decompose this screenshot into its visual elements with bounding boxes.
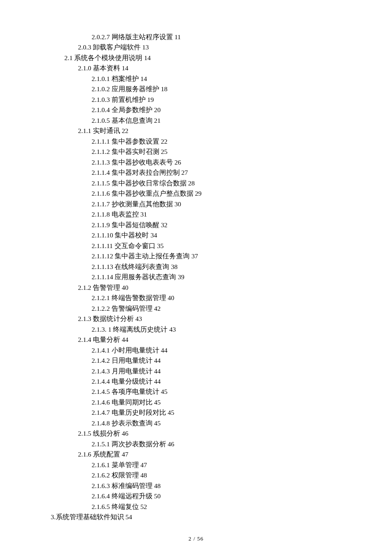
toc-entry-number: 2.1.1.8 bbox=[92, 211, 110, 218]
toc-entry-number: 2.1.3 bbox=[78, 315, 91, 322]
toc-entry-page: 27 bbox=[181, 169, 188, 176]
toc-entry-title: 集中器抄收日常综合数据 bbox=[112, 179, 187, 187]
toc-entry: 2.1.5 线损分析 46 bbox=[51, 428, 366, 439]
toc-entry-title: 抄表示数查询 bbox=[112, 419, 153, 427]
toc-entry-title: 线损分析 bbox=[93, 430, 120, 437]
toc-entry-page: 38 bbox=[171, 263, 178, 270]
toc-entry-title: 终端远程升级 bbox=[112, 492, 153, 500]
toc-entry-number: 2.1.0.3 bbox=[92, 96, 110, 103]
toc-entry: 2.1.6.5 终端复位 52 bbox=[51, 502, 366, 512]
toc-entry-title: 电量分级统计 bbox=[112, 378, 153, 385]
toc-entry: 2.1.4.2 日用电量统计 44 bbox=[51, 356, 366, 366]
toc-entry-title: 终端告警数据管理 bbox=[112, 294, 166, 301]
toc-entry-page: 50 bbox=[154, 492, 161, 500]
toc-entry-number: 3. bbox=[51, 513, 56, 520]
toc-entry-title: 基本资料 bbox=[93, 64, 120, 72]
toc-entry: 2.1.0.1 档案维护 14 bbox=[51, 74, 366, 84]
toc-entry-page: 21 bbox=[154, 117, 161, 124]
toc-entry: 2.1.6.3 标准编码管理 48 bbox=[51, 481, 366, 491]
toc-entry: 2.1.4.3 月用电量统计 44 bbox=[51, 366, 366, 376]
toc-entry-title: 权限管理 bbox=[112, 471, 139, 479]
toc-entry-title: 月用电量统计 bbox=[112, 367, 153, 375]
toc-entry: 2.1.1.14 应用服务器状态查询 39 bbox=[51, 272, 366, 282]
toc-entry-number: 2.1.1.4 bbox=[92, 169, 110, 176]
toc-entry: 2.1.1.3 集中器抄收电表表号 26 bbox=[51, 157, 366, 168]
toc-entry-number: 2.1.0.4 bbox=[92, 106, 110, 113]
toc-entry-page: 47 bbox=[140, 461, 147, 468]
toc-entry: 2.1.0.3 前置机维护 19 bbox=[51, 95, 366, 105]
toc-entry-number: 2.1.1.3 bbox=[92, 159, 110, 166]
toc-entry-title: 基本信息查询 bbox=[112, 117, 153, 124]
toc-entry-title: 标准编码管理 bbox=[112, 482, 153, 489]
toc-entry: 2.1.0.5 基本信息查询 21 bbox=[51, 116, 366, 126]
toc-entry-title: 终端复位 bbox=[112, 503, 139, 510]
toc-entry: 2.1.1.12 集中器主动上报任务查询 37 bbox=[51, 251, 366, 261]
toc-entry-number: 2.1.4.2 bbox=[92, 357, 110, 364]
toc-entry: 2.1.3 数据统计分析 43 bbox=[51, 314, 366, 324]
toc-entry-number: 2.1.1.2 bbox=[92, 148, 110, 155]
toc-entry-number: 2.1.6.4 bbox=[92, 492, 110, 500]
toc-entry-page: 31 bbox=[140, 211, 147, 218]
toc-entry-title: 实时通讯 bbox=[93, 127, 120, 134]
toc-entry-title: 电量分析 bbox=[93, 336, 120, 343]
toc-entry-title: 集中器实时召测 bbox=[112, 148, 159, 155]
toc-entry-page: 54 bbox=[126, 513, 133, 520]
toc-entry-number: 2.1.4.5 bbox=[92, 388, 110, 395]
toc-entry-title: 应用服务器维护 bbox=[112, 85, 159, 92]
toc-entry-title: 告警管理 bbox=[93, 284, 120, 291]
toc-entry-number: 2.1.4.7 bbox=[92, 409, 110, 416]
toc-entry-title: 集中器校时 bbox=[115, 231, 149, 239]
toc-entry-title: 系统各个模块使用说明 bbox=[74, 54, 142, 61]
toc-entry-page: 40 bbox=[122, 284, 129, 291]
toc-entry: 2.0.3 卸载客户端软件 13 bbox=[51, 42, 366, 52]
toc-entry: 2.1.1.10 集中器校时 34 bbox=[51, 230, 366, 240]
toc-entry: 2.1.1.4 集中器对表拉合闸控制 27 bbox=[51, 168, 366, 178]
toc-entry: 2.1.4.4 电量分级统计 44 bbox=[51, 376, 366, 387]
toc-entry-page: 45 bbox=[154, 419, 161, 427]
toc-entry-page: 37 bbox=[191, 252, 198, 260]
toc-entry-title: 系统配置 bbox=[93, 451, 120, 458]
toc-entry-title: 交互命令窗口 bbox=[115, 242, 156, 249]
toc-entry: 2.1.1.8 电表监控 31 bbox=[51, 209, 366, 220]
footer-current-page: 2 bbox=[188, 535, 192, 542]
toc-entry-page: 46 bbox=[122, 430, 129, 437]
toc-entry-number: 2.1.1.14 bbox=[92, 273, 113, 280]
toc-entry-page: 22 bbox=[161, 138, 167, 145]
toc-entry: 2.1.5.1 两次抄表数据分析 46 bbox=[51, 439, 366, 449]
toc-entry-number: 2.1.4.6 bbox=[92, 399, 110, 406]
toc-entry-page: 44 bbox=[122, 336, 129, 343]
toc-entry-number: 2.0.3 bbox=[78, 43, 91, 51]
toc-entry-number: 2.1.6.1 bbox=[92, 461, 110, 468]
toc-entry-number: 2.1.0.1 bbox=[92, 75, 110, 82]
toc-entry-number: 2.1.6.3 bbox=[92, 482, 110, 489]
toc-entry-number: 2.1.1.13 bbox=[92, 263, 113, 270]
toc-entry-page: 34 bbox=[150, 231, 157, 239]
toc-entry-number: 2.1.4.1 bbox=[92, 347, 110, 354]
toc-entry-title: 电量同期对比 bbox=[112, 399, 153, 406]
toc-entry: 2.1.3. 1 终端离线历史统计 43 bbox=[51, 324, 366, 335]
toc-entry-title: 电量历史时段对比 bbox=[112, 409, 166, 416]
toc-entry-number: 2.1.5 bbox=[78, 430, 91, 437]
footer-total-pages: 56 bbox=[197, 535, 204, 542]
toc-entry-page: 43 bbox=[135, 315, 142, 322]
toc-entry-page: 45 bbox=[161, 388, 167, 395]
page-footer: 2 / 56 bbox=[0, 535, 392, 543]
toc-entry-title: 集中器抄收电表表号 bbox=[112, 159, 173, 166]
toc-entry-page: 28 bbox=[188, 179, 195, 187]
toc-entry-page: 29 bbox=[195, 190, 202, 197]
toc-entry: 2.1.6.4 终端远程升级 50 bbox=[51, 491, 366, 501]
toc-entry-title: 小时用电量统计 bbox=[112, 347, 159, 354]
toc-entry-number: 2.1.6.5 bbox=[92, 503, 110, 510]
toc-entry-title: 前置机维护 bbox=[112, 96, 146, 103]
toc-entry-number: 2.1.1.6 bbox=[92, 190, 110, 197]
toc-entry-page: 52 bbox=[140, 503, 147, 510]
toc-entry: 2.1 系统各个模块使用说明 14 bbox=[51, 53, 366, 63]
toc-entry-page: 20 bbox=[154, 106, 161, 113]
toc-entry-page: 35 bbox=[157, 242, 164, 249]
toc-entry: 2.1.0.4 全局参数维护 20 bbox=[51, 105, 366, 115]
toc-entry: 2.1.1.11 交互命令窗口 35 bbox=[51, 241, 366, 251]
toc-entry-page: 30 bbox=[174, 200, 181, 208]
toc-entry-title: 集中器参数设置 bbox=[112, 138, 159, 145]
toc-entry-title: 集中器对表拉合闸控制 bbox=[112, 169, 180, 176]
toc-entry-page: 47 bbox=[122, 451, 129, 458]
